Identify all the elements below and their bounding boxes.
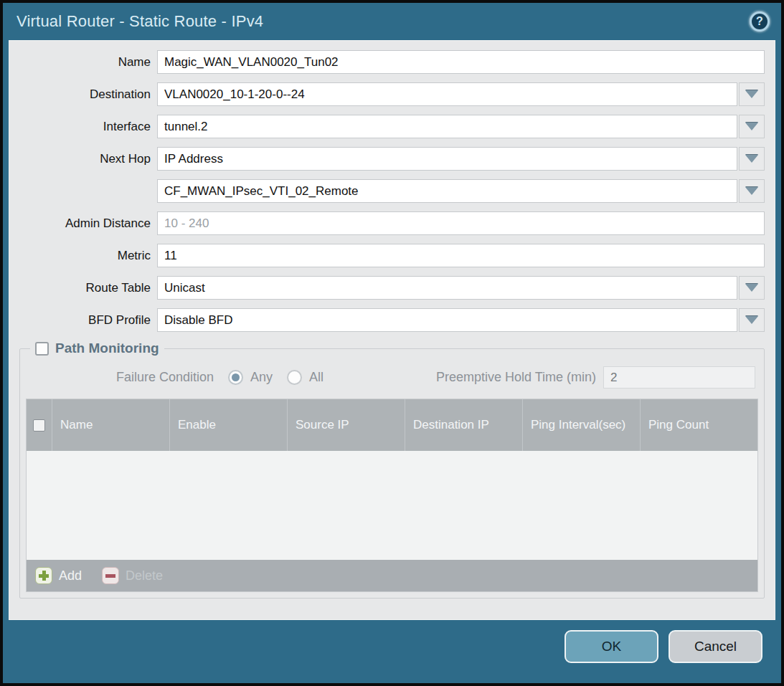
title-bar: Virtual Router - Static Route - IPv4 ? (3, 3, 781, 40)
admin-distance-label: Admin Distance (19, 216, 157, 231)
path-monitoring-table: Name Enable Source IP Destination IP Pin… (26, 399, 758, 592)
dialog-content: Name Destination Interface Next Hop (9, 40, 775, 620)
path-monitoring-legend: Path Monitoring (30, 340, 164, 356)
field-row-next-hop-address (19, 179, 765, 203)
preemptive-hold-time-group: Preemptive Hold Time (min) (436, 366, 755, 389)
metric-label: Metric (19, 249, 157, 263)
name-input[interactable] (157, 50, 765, 74)
bfd-profile-dropdown-button[interactable] (739, 308, 765, 332)
path-monitoring-section: Path Monitoring Failure Condition Any Al… (19, 340, 765, 599)
column-header-ping-count[interactable]: Ping Count (641, 399, 757, 451)
destination-input[interactable] (157, 82, 737, 106)
field-row-route-table: Route Table (19, 276, 765, 300)
cancel-button[interactable]: Cancel (669, 630, 762, 663)
header-checkbox-cell (27, 399, 52, 451)
dialog-title: Virtual Router - Static Route - IPv4 (16, 12, 263, 31)
next-hop-type-dropdown-button[interactable] (739, 147, 765, 171)
path-monitoring-checkbox[interactable] (35, 342, 49, 356)
field-row-destination: Destination (19, 82, 765, 106)
add-button[interactable]: Add (35, 567, 82, 584)
field-row-interface: Interface (19, 115, 765, 138)
interface-dropdown-button[interactable] (739, 115, 765, 138)
dialog-window: Virtual Router - Static Route - IPv4 ? N… (0, 0, 784, 686)
chevron-down-icon (745, 155, 758, 163)
delete-button-label: Delete (126, 568, 163, 583)
next-hop-address-input[interactable] (157, 179, 737, 203)
field-row-bfd-profile: BFD Profile (19, 308, 765, 332)
table-toolbar: Add Delete (27, 560, 757, 591)
help-icon[interactable]: ? (750, 11, 770, 32)
field-row-metric: Metric (19, 244, 765, 267)
column-header-source-ip[interactable]: Source IP (288, 399, 405, 451)
field-row-admin-distance: Admin Distance (19, 211, 765, 235)
destination-label: Destination (19, 87, 157, 102)
interface-label: Interface (19, 120, 157, 134)
failure-condition-all-radio[interactable] (287, 370, 302, 385)
destination-dropdown-button[interactable] (739, 82, 765, 106)
column-header-ping-interval[interactable]: Ping Interval(sec) (523, 399, 641, 451)
route-table-label: Route Table (19, 281, 157, 295)
ok-button[interactable]: OK (565, 630, 658, 663)
preemptive-hold-time-input[interactable] (603, 366, 755, 389)
add-button-label: Add (59, 568, 82, 583)
table-body-empty (27, 451, 757, 560)
column-header-name[interactable]: Name (52, 399, 170, 451)
chevron-down-icon (745, 123, 758, 130)
next-hop-label: Next Hop (19, 152, 157, 166)
column-header-destination-ip[interactable]: Destination IP (405, 399, 523, 451)
table-header-row: Name Enable Source IP Destination IP Pin… (27, 399, 757, 451)
path-monitoring-title: Path Monitoring (55, 340, 159, 356)
delete-button[interactable]: Delete (102, 567, 163, 584)
failure-condition-all-label: All (309, 370, 323, 385)
admin-distance-input[interactable] (157, 211, 765, 235)
plus-icon (35, 567, 52, 584)
name-label: Name (19, 55, 157, 70)
route-table-input[interactable] (157, 276, 737, 300)
next-hop-type-input[interactable] (157, 147, 737, 171)
bfd-profile-input[interactable] (157, 308, 737, 332)
route-table-dropdown-button[interactable] (739, 276, 765, 300)
failure-condition-row: Failure Condition Any All Preemptive Hol… (116, 366, 755, 389)
failure-condition-any-label: Any (250, 370, 273, 385)
dialog-footer: OK Cancel (3, 620, 781, 683)
failure-condition-any-radio[interactable] (228, 370, 243, 385)
metric-input[interactable] (157, 244, 765, 267)
column-header-enable[interactable]: Enable (170, 399, 288, 451)
bfd-profile-label: BFD Profile (19, 313, 157, 328)
field-row-next-hop: Next Hop (19, 147, 765, 171)
select-all-checkbox[interactable] (33, 419, 45, 432)
failure-condition-label: Failure Condition (116, 370, 214, 385)
chevron-down-icon (745, 187, 758, 195)
chevron-down-icon (745, 316, 758, 324)
preemptive-hold-time-label: Preemptive Hold Time (min) (436, 370, 596, 385)
field-row-name: Name (19, 50, 765, 74)
chevron-down-icon (745, 90, 758, 98)
chevron-down-icon (745, 284, 758, 292)
interface-input[interactable] (157, 115, 737, 138)
minus-icon (102, 567, 119, 584)
next-hop-address-dropdown-button[interactable] (739, 179, 765, 203)
